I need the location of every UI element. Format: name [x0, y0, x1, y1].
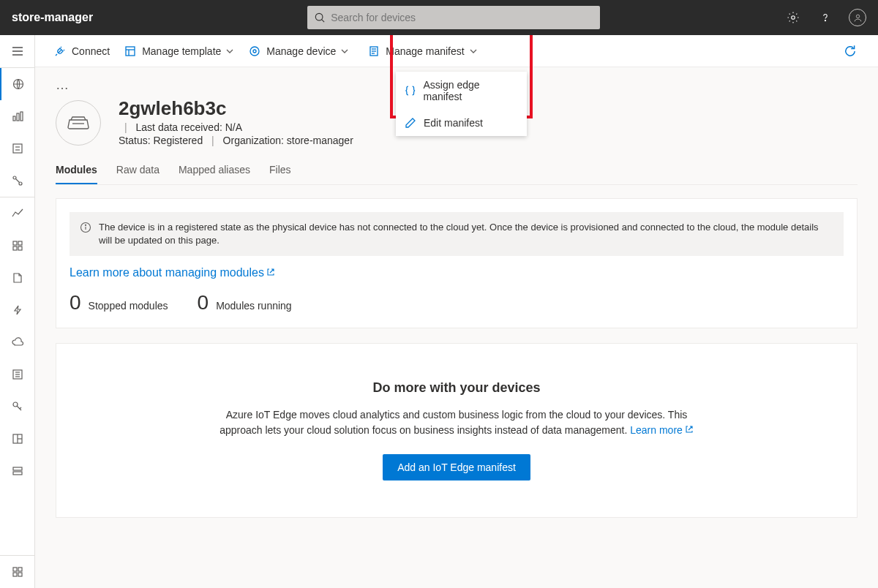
svg-line-1 — [322, 20, 325, 23]
svg-point-47 — [85, 225, 86, 225]
connect-label: Connect — [72, 45, 110, 57]
globe-icon — [12, 78, 24, 90]
rail-item[interactable] — [0, 132, 35, 165]
edit-manifest-label: Edit manifest — [424, 117, 483, 129]
promo-learn-link[interactable]: Learn more — [630, 424, 694, 436]
gear-icon — [787, 11, 800, 24]
learn-modules-link[interactable]: Learn more about managing modules — [70, 266, 275, 279]
status-label: Status: — [119, 135, 151, 146]
manifest-icon — [368, 45, 380, 57]
rail-item[interactable] — [0, 68, 35, 100]
svg-point-39 — [253, 50, 256, 53]
rail-item[interactable] — [0, 262, 35, 294]
manage-device-label: Manage device — [266, 45, 336, 57]
tab-mapped-aliases[interactable]: Mapped aliases — [179, 164, 250, 184]
analytics-icon — [12, 208, 23, 219]
stopped-count: 0 — [70, 291, 81, 314]
info-icon — [80, 222, 91, 233]
grid-icon — [12, 240, 23, 252]
svg-rect-33 — [13, 573, 17, 576]
refresh-button[interactable] — [841, 42, 859, 60]
connect-icon — [12, 175, 23, 186]
rail-item[interactable] — [0, 423, 35, 455]
manage-template-button[interactable]: Manage template — [124, 45, 234, 57]
hamburger-button[interactable] — [0, 35, 35, 67]
svg-point-16 — [19, 182, 22, 185]
manage-device-button[interactable]: Manage device — [249, 45, 349, 57]
search-box[interactable] — [307, 6, 600, 29]
apps-icon — [12, 566, 23, 578]
settings-button[interactable] — [784, 9, 802, 26]
running-count: 0 — [198, 291, 209, 314]
last-data-value: N/A — [225, 121, 242, 133]
command-bar: Connect Manage template Manage device Ma… — [35, 35, 878, 67]
tab-raw-data[interactable]: Raw data — [116, 164, 160, 184]
rail-item[interactable] — [0, 294, 35, 326]
promo-body: Azure IoT Edge moves cloud analytics and… — [217, 407, 696, 438]
pencil-icon — [405, 117, 416, 129]
svg-point-3 — [825, 20, 825, 21]
nav-rail — [0, 35, 35, 588]
form-icon — [12, 143, 23, 154]
modules-panel: The device is in a registered state as t… — [56, 198, 858, 328]
user-icon — [853, 13, 863, 23]
svg-point-0 — [315, 13, 323, 20]
doc-icon — [12, 272, 23, 284]
svg-point-4 — [856, 15, 859, 18]
help-button[interactable] — [817, 9, 834, 26]
tab-files[interactable]: Files — [269, 164, 291, 184]
device-gear-icon — [249, 45, 260, 57]
bar-chart-icon — [12, 110, 23, 122]
search-input[interactable] — [331, 12, 593, 23]
plug-icon — [54, 45, 66, 57]
app-title: store-manager — [12, 11, 93, 24]
external-link-icon — [685, 425, 694, 434]
svg-rect-19 — [13, 246, 17, 250]
svg-rect-34 — [18, 573, 22, 576]
svg-rect-18 — [18, 241, 22, 245]
rail-item[interactable] — [0, 326, 35, 358]
svg-rect-31 — [13, 568, 17, 571]
device-icon — [67, 115, 89, 131]
rail-item[interactable] — [0, 556, 35, 588]
server-icon — [12, 465, 23, 477]
rail-item[interactable] — [0, 165, 35, 197]
chevron-down-icon — [340, 47, 349, 56]
svg-point-38 — [250, 47, 259, 56]
rail-item[interactable] — [0, 455, 35, 487]
cloud-icon — [12, 336, 23, 348]
promo-panel: Do more with your devices Azure IoT Edge… — [56, 343, 858, 518]
edit-manifest-item[interactable]: Edit manifest — [396, 110, 527, 136]
rail-item[interactable] — [0, 100, 35, 132]
manifest-dropdown: Assign edge manifest Edit manifest — [396, 72, 527, 136]
svg-rect-9 — [13, 116, 15, 121]
external-link-icon — [266, 268, 275, 276]
svg-point-15 — [13, 176, 16, 179]
svg-point-2 — [792, 16, 795, 20]
device-tabs: Modules Raw data Mapped aliases Files — [56, 164, 858, 185]
connect-button[interactable]: Connect — [54, 45, 110, 57]
list-icon — [12, 369, 23, 380]
svg-rect-29 — [13, 467, 22, 470]
manage-template-label: Manage template — [142, 45, 221, 57]
rail-item[interactable] — [0, 358, 35, 391]
rail-item[interactable] — [0, 197, 35, 230]
rail-item[interactable] — [0, 391, 35, 423]
device-avatar — [56, 100, 101, 146]
user-avatar[interactable] — [849, 9, 866, 26]
info-banner: The device is in a registered state as t… — [70, 212, 844, 256]
last-data-label: Last data received: — [136, 121, 222, 133]
svg-rect-17 — [13, 241, 17, 245]
chevron-down-icon — [225, 47, 234, 56]
rail-item[interactable] — [0, 230, 35, 262]
org-value: store-manager — [287, 135, 353, 146]
svg-rect-12 — [13, 144, 22, 153]
svg-rect-10 — [17, 113, 19, 121]
add-manifest-button[interactable]: Add an IoT Edge manifest — [383, 454, 530, 480]
bolt-icon — [12, 304, 23, 316]
promo-title: Do more with your devices — [217, 380, 696, 396]
highlight-box: Assign edge manifest Edit manifest — [390, 35, 533, 118]
assign-manifest-item[interactable]: Assign edge manifest — [396, 72, 527, 110]
svg-rect-20 — [18, 246, 22, 250]
tab-modules[interactable]: Modules — [56, 164, 97, 184]
